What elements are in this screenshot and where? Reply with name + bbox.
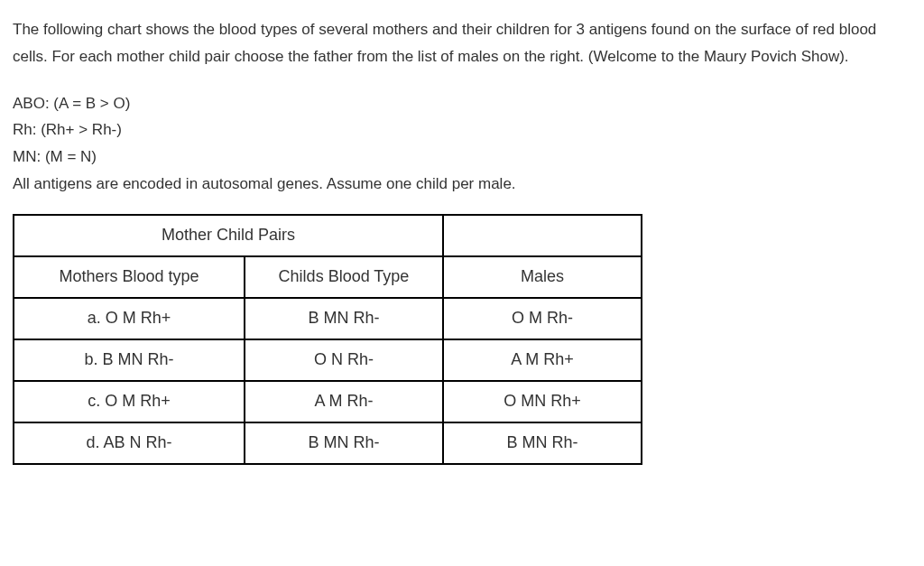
cell-mother: c. O M Rh+: [14, 381, 245, 422]
table-header-row-2: Mothers Blood type Childs Blood Type Mal…: [14, 256, 642, 298]
cell-child: O N Rh-: [245, 339, 443, 381]
table-row: a. O M Rh+ B MN Rh- O M Rh-: [14, 298, 642, 339]
header-mother-child-pairs: Mother Child Pairs: [14, 215, 443, 256]
cell-child: B MN Rh-: [245, 298, 443, 339]
cell-mother: b. B MN Rh-: [14, 339, 245, 381]
cell-male: O M Rh-: [443, 298, 642, 339]
header-empty: [443, 215, 642, 256]
rule-note: All antigens are encoded in autosomal ge…: [13, 171, 906, 198]
rule-mn: MN: (M = N): [13, 144, 906, 171]
cell-child: B MN Rh-: [245, 422, 443, 464]
rule-rh: Rh: (Rh+ > Rh-): [13, 116, 906, 144]
table-row: b. B MN Rh- O N Rh- A M Rh+: [14, 339, 642, 381]
rules-block: ABO: (A = B > O) Rh: (Rh+ > Rh-) MN: (M …: [13, 90, 906, 198]
cell-male: O MN Rh+: [443, 381, 642, 422]
col-header-male: Males: [443, 256, 642, 298]
cell-male: B MN Rh-: [443, 422, 642, 464]
table-header-row-1: Mother Child Pairs: [14, 215, 642, 256]
cell-mother: a. O M Rh+: [14, 298, 245, 339]
col-header-mother: Mothers Blood type: [14, 256, 245, 298]
col-header-child: Childs Blood Type: [245, 256, 443, 298]
blood-type-table: Mother Child Pairs Mothers Blood type Ch…: [13, 214, 642, 465]
table-row: d. AB N Rh- B MN Rh- B MN Rh-: [14, 422, 642, 464]
cell-male: A M Rh+: [443, 339, 642, 381]
cell-child: A M Rh-: [245, 381, 443, 422]
intro-paragraph: The following chart shows the blood type…: [13, 16, 906, 70]
cell-mother: d. AB N Rh-: [14, 422, 245, 464]
table-row: c. O M Rh+ A M Rh- O MN Rh+: [14, 381, 642, 422]
rule-abo: ABO: (A = B > O): [13, 90, 906, 117]
